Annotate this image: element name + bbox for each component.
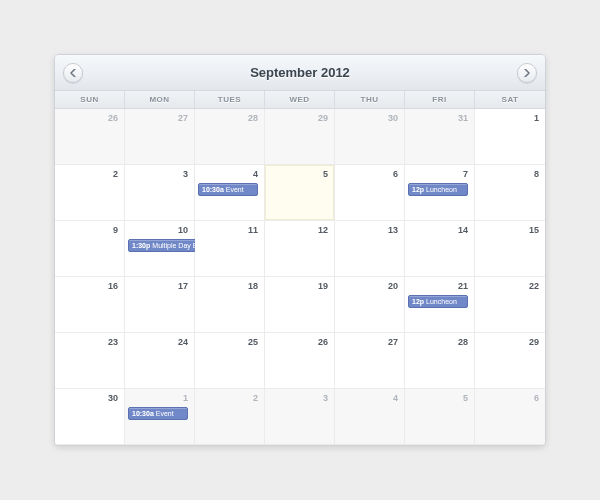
day-number: 28 — [248, 113, 258, 123]
day-cell[interactable]: 27 — [125, 109, 195, 165]
weekday-label: TUES — [195, 91, 265, 108]
day-cell[interactable]: 13 — [335, 221, 405, 277]
day-number: 1 — [183, 393, 188, 403]
day-number: 30 — [108, 393, 118, 403]
calendar-event[interactable]: 12pLuncheon — [408, 295, 468, 308]
day-cell[interactable]: 3 — [265, 389, 335, 445]
day-cell[interactable]: 30 — [55, 389, 125, 445]
day-number: 29 — [318, 113, 328, 123]
day-number: 19 — [318, 281, 328, 291]
day-cell[interactable]: 11 — [195, 221, 265, 277]
event-title: Event — [226, 186, 244, 193]
calendar-event[interactable]: 10:30aEvent — [128, 407, 188, 420]
day-cell[interactable]: 23 — [55, 333, 125, 389]
next-month-button[interactable] — [517, 63, 537, 83]
day-cell[interactable]: 5 — [265, 165, 335, 221]
day-number: 31 — [458, 113, 468, 123]
event-title: Event — [156, 410, 174, 417]
day-cell[interactable]: 4 — [335, 389, 405, 445]
day-cell[interactable]: 28 — [405, 333, 475, 389]
event-time: 1:30p — [132, 242, 150, 249]
day-cell[interactable]: 712pLuncheon — [405, 165, 475, 221]
day-number: 10 — [178, 225, 188, 235]
day-cell[interactable]: 1 — [475, 109, 545, 165]
weekday-label: WED — [265, 91, 335, 108]
day-cell[interactable]: 18 — [195, 277, 265, 333]
day-number: 21 — [458, 281, 468, 291]
day-number: 1 — [534, 113, 539, 123]
day-cell[interactable]: 2 — [195, 389, 265, 445]
day-cell[interactable]: 110:30aEvent — [125, 389, 195, 445]
day-number: 18 — [248, 281, 258, 291]
chevron-left-icon — [70, 69, 76, 77]
day-cell[interactable]: 5 — [405, 389, 475, 445]
day-cell[interactable]: 27 — [335, 333, 405, 389]
day-cell[interactable]: 28 — [195, 109, 265, 165]
event-title: Luncheon — [426, 298, 457, 305]
day-number: 5 — [323, 169, 328, 179]
day-cell[interactable]: 24 — [125, 333, 195, 389]
day-number: 26 — [318, 337, 328, 347]
day-cell[interactable]: 30 — [335, 109, 405, 165]
day-cell[interactable]: 31 — [405, 109, 475, 165]
weekday-label: SUN — [55, 91, 125, 108]
day-cell[interactable]: 2112pLuncheon — [405, 277, 475, 333]
day-cell[interactable]: 16 — [55, 277, 125, 333]
day-cell[interactable]: 410:30aEvent — [195, 165, 265, 221]
day-cell[interactable]: 22 — [475, 277, 545, 333]
event-time: 12p — [412, 186, 424, 193]
day-number: 27 — [178, 113, 188, 123]
day-cell[interactable]: 25 — [195, 333, 265, 389]
day-cell[interactable]: 20 — [335, 277, 405, 333]
day-cell[interactable]: 8 — [475, 165, 545, 221]
day-cell[interactable]: 17 — [125, 277, 195, 333]
day-number: 20 — [388, 281, 398, 291]
month-title: September 2012 — [250, 65, 350, 80]
event-time: 12p — [412, 298, 424, 305]
day-number: 27 — [388, 337, 398, 347]
day-number: 2 — [113, 169, 118, 179]
weekday-label: SAT — [475, 91, 545, 108]
day-number: 25 — [248, 337, 258, 347]
day-cell[interactable]: 6 — [335, 165, 405, 221]
day-number: 22 — [529, 281, 539, 291]
calendar-event[interactable]: 12pLuncheon — [408, 183, 468, 196]
day-number: 5 — [463, 393, 468, 403]
calendar-event[interactable]: 10:30aEvent — [198, 183, 258, 196]
day-cell[interactable]: 26 — [265, 333, 335, 389]
day-number: 6 — [534, 393, 539, 403]
day-number: 4 — [253, 169, 258, 179]
day-number: 2 — [253, 393, 258, 403]
day-cell[interactable]: 101:30pMultiple Day Event — [125, 221, 195, 277]
day-number: 28 — [458, 337, 468, 347]
prev-month-button[interactable] — [63, 63, 83, 83]
day-number: 30 — [388, 113, 398, 123]
day-cell[interactable]: 19 — [265, 277, 335, 333]
day-cell[interactable]: 12 — [265, 221, 335, 277]
day-cell[interactable]: 29 — [265, 109, 335, 165]
day-cell[interactable]: 6 — [475, 389, 545, 445]
day-number: 7 — [463, 169, 468, 179]
day-number: 26 — [108, 113, 118, 123]
day-cell[interactable]: 26 — [55, 109, 125, 165]
day-number: 6 — [393, 169, 398, 179]
day-cell[interactable]: 9 — [55, 221, 125, 277]
day-number: 3 — [323, 393, 328, 403]
event-time: 10:30a — [132, 410, 154, 417]
day-number: 14 — [458, 225, 468, 235]
day-cell[interactable]: 15 — [475, 221, 545, 277]
day-cell[interactable]: 3 — [125, 165, 195, 221]
weekday-label: THU — [335, 91, 405, 108]
day-number: 16 — [108, 281, 118, 291]
day-cell[interactable]: 29 — [475, 333, 545, 389]
day-cell[interactable]: 14 — [405, 221, 475, 277]
day-number: 9 — [113, 225, 118, 235]
calendar-header: September 2012 — [55, 55, 545, 91]
weekday-label: FRI — [405, 91, 475, 108]
weekday-header-row: SUNMONTUESWEDTHUFRISAT — [55, 91, 545, 109]
event-title: Luncheon — [426, 186, 457, 193]
day-cell[interactable]: 2 — [55, 165, 125, 221]
day-number: 13 — [388, 225, 398, 235]
day-number: 17 — [178, 281, 188, 291]
weekday-label: MON — [125, 91, 195, 108]
